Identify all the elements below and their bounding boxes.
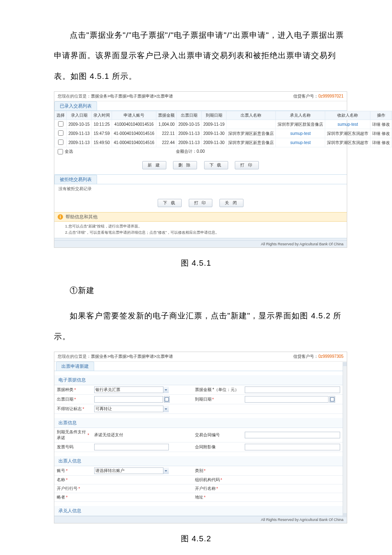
rejected-empty: 没有被拒交易记录 <box>54 184 347 193</box>
lbl-contract-img: 合同附影像 <box>192 443 242 452</box>
entered-table: 选择 录入日期 录入时间 申请人账号 票据金额 出票日期 到期日期 出票人名称 … <box>54 111 392 147</box>
field-org-code <box>242 476 343 484</box>
invoice-no-input[interactable] <box>94 444 169 450</box>
field-drawer-class <box>242 466 343 476</box>
lbl-trade-no: 交易合同编号 <box>192 428 242 443</box>
tab-entered[interactable]: 已录入交易列表 <box>54 101 97 110</box>
cell: 2009-10-15 <box>177 120 202 129</box>
figure-caption-2: 图 4.5.2 <box>0 533 392 544</box>
lbl-issue-date: 出票日期* <box>54 395 92 404</box>
issue-date-input[interactable] <box>94 396 163 403</box>
field-due-date[interactable] <box>242 395 343 404</box>
field-invoice-no[interactable] <box>92 443 192 452</box>
account-label: 信贷客户号： <box>293 354 318 359</box>
th-amount: 票据金额 <box>156 111 177 120</box>
bill-type-select[interactable] <box>94 386 169 393</box>
detail-link[interactable]: 详细 <box>372 140 380 145</box>
field-no-transfer[interactable] <box>92 404 192 414</box>
pay-promise-value: 承诺无偿还支付 <box>94 432 123 438</box>
download-button-2[interactable]: 下 载 <box>158 199 182 207</box>
field-issue-date[interactable] <box>92 395 192 404</box>
section-ebill-info: 电子票据信息 <box>54 375 343 385</box>
trade-no-input[interactable] <box>245 432 341 438</box>
field-drawer-name <box>92 476 192 484</box>
calendar-icon[interactable] <box>164 396 170 403</box>
detail-link[interactable]: 详细 <box>372 131 380 136</box>
close-button[interactable]: 关 闭 <box>219 199 243 207</box>
edit-link[interactable]: 修改 <box>382 140 390 145</box>
figure-caption-1: 图 4.5.1 <box>0 258 392 269</box>
account-number: 0z999997305 <box>318 354 343 359</box>
account-display: 信贷客户号：0z999997021 <box>293 93 343 99</box>
field-bill-amount[interactable] <box>242 385 343 395</box>
cell-payee: 深圳市罗湖区东润超市 <box>325 129 370 138</box>
field-drawer-acct[interactable] <box>92 466 192 476</box>
section-issue-info: 出票信息 <box>54 418 343 428</box>
section-acceptor-info: 承兑人信息 <box>54 506 343 516</box>
calendar-icon[interactable] <box>329 396 335 403</box>
row-checkbox[interactable] <box>55 129 67 138</box>
print-button[interactable]: 打 印 <box>235 161 259 169</box>
field-contract-img[interactable] <box>242 443 343 452</box>
due-date-input[interactable] <box>245 396 329 403</box>
checkbox-icon[interactable] <box>58 130 63 136</box>
new-button[interactable]: 新 建 <box>142 161 166 169</box>
amount-sum: 金额合计：0.00 <box>73 147 205 156</box>
th-op: 操作 <box>370 111 392 120</box>
cell: 222.44 <box>156 138 177 147</box>
no-transfer-select[interactable] <box>94 406 169 412</box>
row-checkbox[interactable] <box>55 138 67 147</box>
chevron-down-icon[interactable] <box>163 386 169 393</box>
select-all-checkbox[interactable] <box>58 149 63 154</box>
info-icon: i <box>58 214 63 220</box>
breadcrumb: 您现在的位置是：票据业务>电子票据>电子票据申请>出票申请 <box>58 93 173 99</box>
cell-payee: sumup-test <box>325 120 370 129</box>
button-row-2: 下 载 打 印 关 闭 <box>54 193 347 212</box>
scrollbar[interactable] <box>343 362 347 517</box>
edit-link[interactable]: 修改 <box>382 131 390 136</box>
chevron-down-icon[interactable] <box>163 406 169 412</box>
tab-rejected[interactable]: 被拒绝交易列表 <box>54 175 97 184</box>
cell-ops: 详细 修改 <box>370 138 392 147</box>
tab-new-apply[interactable]: 出票申请新建 <box>56 362 94 371</box>
print-button-2[interactable]: 打 印 <box>189 199 213 207</box>
cell: 深圳市罗湖区新意音像店 <box>226 138 276 147</box>
cell: 2009-11-13 <box>177 138 202 147</box>
tab-row-rejected: 被拒绝交易列表 <box>54 174 347 184</box>
field-trade-no[interactable] <box>242 428 343 443</box>
th-drawer: 出票人名称 <box>226 111 276 120</box>
checkbox-icon[interactable] <box>58 139 63 145</box>
cell: 1,004.00 <box>156 120 177 129</box>
bill-amount-input[interactable] <box>245 386 341 393</box>
cell-payee: 深圳市罗湖区东润超市 <box>325 138 370 147</box>
drawer-acct-select[interactable] <box>94 467 169 474</box>
checkbox-icon[interactable] <box>58 121 63 127</box>
row-checkbox[interactable] <box>55 120 67 129</box>
table-row: 2009-11-13 15:49:50 41-000401040014516 2… <box>55 138 392 147</box>
contract-img-input[interactable] <box>245 444 341 450</box>
table-header-row: 选择 录入日期 录入时间 申请人账号 票据金额 出票日期 到期日期 出票人名称 … <box>55 111 392 120</box>
th-entrydate: 录入日期 <box>67 111 92 120</box>
screenshot-451: 您现在的位置是：票据业务>电子票据>电子票据申请>出票申请 信贷客户号：0z99… <box>54 91 347 248</box>
lbl-rater: 略者* <box>54 493 92 502</box>
field-bill-type[interactable] <box>92 385 192 395</box>
delete-button[interactable]: 删 除 <box>173 161 197 169</box>
chevron-down-icon[interactable] <box>163 467 169 474</box>
cell: sumup-test <box>276 138 325 147</box>
doc-paragraph-2: 如果客户需要签发新的电子商业汇票，点击"新建"，显示界面如图 4.5.2 所示。 <box>54 306 346 347</box>
th-select: 选择 <box>55 111 67 120</box>
help-line-1: 1.您可以点击"新建"按钮，进行出票申请界面。 <box>65 223 343 229</box>
field-pay-promise: 承诺无偿还支付 <box>92 428 192 443</box>
breadcrumb-bar: 您现在的位置是：票据业务>电子票据>电子票据申请>出票申请 信贷客户号：0z99… <box>54 92 347 101</box>
cell: sumup-test <box>276 129 325 138</box>
cell: 41000401040014516 <box>112 120 156 129</box>
lbl-bill-type: 票据种类* <box>54 385 92 395</box>
detail-link[interactable]: 详细 <box>372 122 380 127</box>
doc-paragraph-1: 点击"票据业务"/"电子票据"/"电子票据申请"/"出票申请"，进入电子票据出票… <box>54 25 346 86</box>
lbl-bank-name: 开户行名称* <box>192 484 242 493</box>
download-button[interactable]: 下 载 <box>204 161 228 169</box>
cell: 41-000401040014516 <box>112 129 156 138</box>
edit-link[interactable]: 修改 <box>382 122 390 127</box>
lbl-pay-promise: 到期无条件支付承诺* <box>54 428 92 443</box>
account-label: 信贷客户号： <box>293 94 318 98</box>
